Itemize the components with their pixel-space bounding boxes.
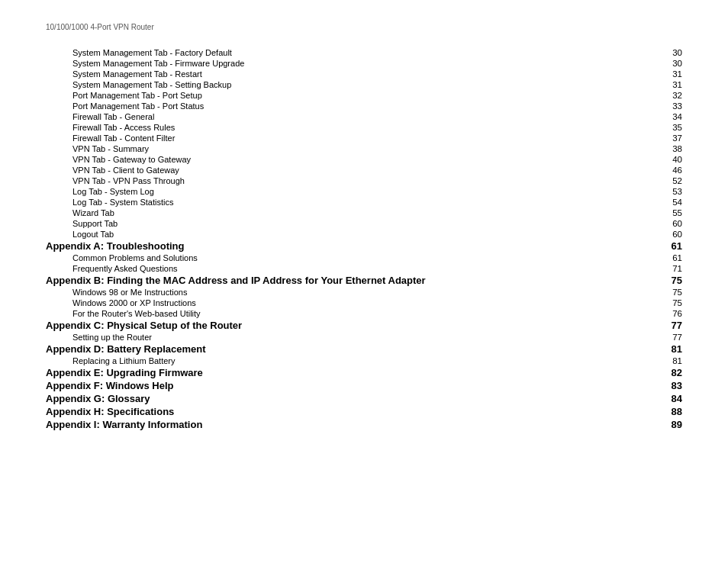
toc-page-number: 77	[663, 333, 682, 342]
toc-title: Appendix E: Upgrading Firmware	[46, 367, 203, 378]
toc-title: Appendix F: Windows Help	[46, 380, 173, 391]
toc-title: System Management Tab - Setting Backup	[72, 80, 231, 89]
toc-page-number: 31	[663, 69, 682, 79]
toc-entry: System Management Tab - Factory Default3…	[46, 48, 682, 57]
toc-entry: For the Router's Web-based Utility76	[46, 309, 682, 318]
toc-page-number: 37	[663, 134, 682, 143]
toc-page-number: 77	[663, 320, 682, 331]
toc-entry: Appendix B: Finding the MAC Address and …	[46, 275, 682, 286]
toc-page-number: 33	[663, 101, 682, 111]
toc-entry: VPN Tab - Client to Gateway46	[46, 166, 682, 175]
toc-entry: Firewall Tab - General34	[46, 112, 682, 121]
toc-page-number: 30	[663, 48, 682, 57]
toc-entry: Appendix C: Physical Setup of the Router…	[46, 320, 682, 331]
toc-title: Port Management Tab - Port Status	[72, 101, 204, 111]
toc-page-number: 38	[663, 144, 682, 153]
toc-page-number: 34	[663, 112, 682, 121]
toc-entry: Log Tab - System Statistics54	[46, 198, 682, 207]
toc-entry: System Management Tab - Restart31	[46, 69, 682, 79]
toc-page-number: 83	[663, 380, 682, 391]
toc-entry: System Management Tab - Setting Backup31	[46, 80, 682, 89]
page-container: 10/100/1000 4-Port VPN Router System Man…	[0, 0, 728, 455]
toc-entry: Wizard Tab55	[46, 208, 682, 217]
toc-title: Support Tab	[72, 219, 118, 228]
toc-page-number: 75	[663, 288, 682, 297]
toc-entry: Common Problems and Solutions61	[46, 253, 682, 262]
toc-entry: Firewall Tab - Content Filter37	[46, 134, 682, 143]
toc-title: Firewall Tab - General	[72, 112, 154, 121]
toc-page-number: 71	[663, 264, 682, 273]
toc-page-number: 89	[663, 419, 682, 430]
toc-entry: Appendix G: Glossary84	[46, 393, 682, 404]
toc-title: Windows 98 or Me Instructions	[72, 288, 187, 297]
toc-entry: Appendix I: Warranty Information89	[46, 419, 682, 430]
toc-page-number: 60	[663, 219, 682, 228]
toc-entry: Appendix A: Troubleshooting61	[46, 240, 682, 252]
toc-entry: Support Tab60	[46, 219, 682, 228]
toc-title: Setting up the Router	[72, 333, 152, 342]
toc-page-number: 75	[663, 275, 682, 286]
toc-page-number: 61	[663, 253, 682, 262]
toc-page-number: 32	[663, 91, 682, 100]
toc-entry: VPN Tab - Gateway to Gateway40	[46, 155, 682, 164]
toc-entry: Windows 98 or Me Instructions75	[46, 288, 682, 297]
toc-entry: Appendix E: Upgrading Firmware82	[46, 367, 682, 378]
toc-entry: Appendix D: Battery Replacement81	[46, 343, 682, 355]
toc-entry: VPN Tab - VPN Pass Through52	[46, 176, 682, 185]
toc-page-number: 53	[663, 187, 682, 196]
toc-page-number: 40	[663, 155, 682, 164]
toc-page-number: 35	[663, 123, 682, 132]
toc-title: Frequently Asked Questions	[72, 264, 178, 273]
toc-page-number: 31	[663, 80, 682, 89]
toc-title: VPN Tab - Summary	[72, 144, 149, 153]
toc-title: System Management Tab - Factory Default	[72, 48, 232, 57]
toc-page-number: 88	[663, 406, 682, 417]
toc-title: Firewall Tab - Access Rules	[72, 123, 175, 132]
toc-entry: Firewall Tab - Access Rules35	[46, 123, 682, 132]
toc-title: Replacing a Lithium Battery	[72, 356, 176, 365]
toc-title: Firewall Tab - Content Filter	[72, 134, 175, 143]
toc-page-number: 54	[663, 198, 682, 207]
toc-container: System Management Tab - Factory Default3…	[46, 48, 682, 430]
toc-title: System Management Tab - Firmware Upgrade	[72, 59, 244, 68]
toc-entry: Frequently Asked Questions71	[46, 264, 682, 273]
toc-entry: Setting up the Router77	[46, 333, 682, 342]
toc-entry: Logout Tab60	[46, 230, 682, 239]
toc-title: Log Tab - System Log	[72, 187, 154, 196]
toc-title: Logout Tab	[72, 230, 114, 239]
toc-page-number: 81	[663, 356, 682, 365]
toc-entry: Appendix F: Windows Help83	[46, 380, 682, 391]
toc-title: Windows 2000 or XP Instructions	[72, 298, 196, 307]
toc-title: VPN Tab - Client to Gateway	[72, 166, 179, 175]
toc-page-number: 60	[663, 230, 682, 239]
toc-page-number: 55	[663, 208, 682, 217]
toc-page-number: 61	[663, 240, 682, 252]
page-header: 10/100/1000 4-Port VPN Router	[46, 23, 682, 31]
toc-page-number: 75	[663, 298, 682, 307]
toc-title: Appendix D: Battery Replacement	[46, 343, 206, 355]
toc-title: VPN Tab - Gateway to Gateway	[72, 155, 191, 164]
toc-page-number: 46	[663, 166, 682, 175]
toc-page-number: 84	[663, 393, 682, 404]
toc-entry: Port Management Tab - Port Setup32	[46, 91, 682, 100]
toc-entry: System Management Tab - Firmware Upgrade…	[46, 59, 682, 68]
toc-title: Appendix H: Specifications	[46, 406, 174, 417]
toc-page-number: 82	[663, 367, 682, 378]
toc-title: Appendix C: Physical Setup of the Router	[46, 320, 242, 331]
toc-entry: Log Tab - System Log53	[46, 187, 682, 196]
toc-title: Appendix I: Warranty Information	[46, 419, 202, 430]
toc-page-number: 30	[663, 59, 682, 68]
toc-title: Common Problems and Solutions	[72, 253, 198, 262]
toc-title: Wizard Tab	[72, 208, 114, 217]
toc-page-number: 81	[663, 343, 682, 355]
toc-title: Log Tab - System Statistics	[72, 198, 173, 207]
toc-entry: Windows 2000 or XP Instructions75	[46, 298, 682, 307]
toc-page-number: 76	[663, 309, 682, 318]
toc-title: Port Management Tab - Port Setup	[72, 91, 202, 100]
toc-title: Appendix B: Finding the MAC Address and …	[46, 275, 426, 286]
toc-title: System Management Tab - Restart	[72, 69, 202, 79]
toc-entry: Appendix H: Specifications88	[46, 406, 682, 417]
toc-title: VPN Tab - VPN Pass Through	[72, 176, 185, 185]
toc-entry: VPN Tab - Summary38	[46, 144, 682, 153]
toc-entry: Replacing a Lithium Battery81	[46, 356, 682, 365]
